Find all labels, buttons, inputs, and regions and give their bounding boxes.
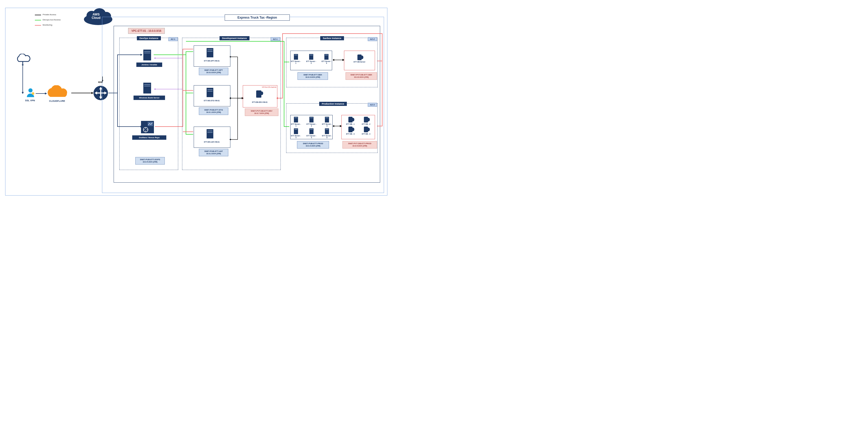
dev-title: Development Instance [219,36,249,40]
prod-server-5: ETT Server - 5 [306,128,317,139]
prod-db-3: ETT DB - 3 [346,127,354,135]
sbx-server-1: ETT Server - 1 [290,54,301,64]
devops-az: AZ-1 [168,37,178,41]
legend-line-private [35,15,41,15]
sbx-servers-box: ETT Server - 1 ETT Server - 2 ETT Server… [290,51,332,70]
sbx-db-box: ETT DB Server [344,51,375,70]
dev-uat-server-icon [207,129,213,139]
dev-stg-subnet: SNET-PUB-ETT-STG 10.0.1.0/24 (256) [199,108,228,115]
dev-stg-vm: ETT-WS-STG-VM-01 [199,100,225,101]
svg-marker-5 [22,65,24,66]
sbx-server-3: ETT Server - 3 [321,54,332,64]
cloudflare-icon [45,85,71,99]
prod-pvt-subnet: SNET-PVT-DB-ETT-PROD 10.0.9.0/24 (256) [342,141,377,149]
prod-server-6: ETT Server - 6 [321,128,332,139]
svg-point-6 [28,88,33,92]
prod-pub-subnet: SNET-PUB-ETT-PROD 10.0.4.0/24 (256) [297,141,329,149]
dev-db-vm: ETT-DB-DEV-VM-01 [247,101,273,103]
dev-stg-server-icon [207,88,213,97]
dev-spt-vm: ETT-WS-SPT-VM-01 [199,60,225,62]
legend-devops-label: Devops tool Access [42,19,61,21]
dev-uat-subnet: SNET-PUB-ETT-UAT 10.0.2.0/24 (256) [199,149,228,156]
prod-server-3: ETT Server - 3 [321,117,332,127]
legend-line-monitoring [35,25,41,26]
legend-line-devops [35,20,41,21]
prod-db-box: ETT DB - 1 ETT DB - 2 ETT DB - 3 ETT DB … [341,115,375,139]
legend-monitoring-label: Monitoring [42,24,52,26]
windows-build-server-icon [143,83,151,93]
devops-title: DevOps Instance [137,36,161,40]
prod-server-1: ETT Server - 1 [290,117,301,127]
prod-db-2: ETT DB - 2 [362,117,370,125]
architecture-diagram: Private Access Devops tool Access Monito… [0,0,391,199]
dev-db-region: US East (N.virginia) [262,86,276,88]
vpc-label: VPC-ETT-01 - 10.0.0.0/16 [128,28,165,34]
dev-db-subnet: SNET-PVT-DB-ETT-DEV 10.0.7.0/24 (256) [245,109,278,116]
dev-spt-server-icon [207,48,213,57]
prod-az: AZ-3 [368,103,377,107]
devops-subnet: SNET-PUB-ETT-DOPS 10.0.5.0/24 (256) [135,157,165,164]
prod-db-4: ETT DB - 4 [362,127,370,135]
dev-az: AZ-1 [271,37,280,41]
sbx-az: AZ-2 [368,37,377,41]
legend-private-label: Private Access [42,13,56,16]
internet-cloud-icon [15,54,30,66]
prod-server-2: ETT Server - 2 [306,117,317,127]
sbx-title: Sanbox Instance [320,36,344,40]
prod-servers-box: ETT Server - 1 ETT Server - 2 ETT Server… [290,115,333,139]
region-title: Express Truck Tax -Region [225,14,290,21]
ssl-vpn-label: SSL VPN [25,99,35,102]
svg-point-7 [32,92,34,95]
grafana-label: Graffana / Nexus Repo [132,135,166,140]
sbx-db: ETT DB Server [353,55,366,63]
prod-db-1: ETT DB - 1 [346,117,354,125]
cloudflare-label: CLOUDFLARE [49,100,65,102]
windows-build-label: Windows Build Server [133,96,165,100]
sbx-pvt-subnet: SNET-PVT-DB-ETT-SBX 10.0.8.0/24 (256) [345,72,377,80]
prod-title: Production Instance [319,102,347,106]
user-icon [26,88,35,98]
dev-spt-subnet: SNET-PUB-ETT-SPT 10.0.0.0/24 (256) [199,68,228,75]
jenkins-server-icon [143,50,151,60]
dev-uat-vm: ETT-WS-UAT-VM-01 [199,141,225,143]
sbx-server-2: ETT Server - 2 [306,54,316,64]
prod-server-4: ETT Server - 4 [290,128,301,139]
dev-db-icon [256,90,261,99]
sbx-pub-subnet: SNET-PUB-ETT-SBX 10.0.3.0/24 (256) [298,72,328,80]
grafana-icon [141,121,154,133]
aws-cloud-label: AWS Cloud [92,13,100,20]
jenkins-label: Jenkins / Ansible [136,62,162,67]
